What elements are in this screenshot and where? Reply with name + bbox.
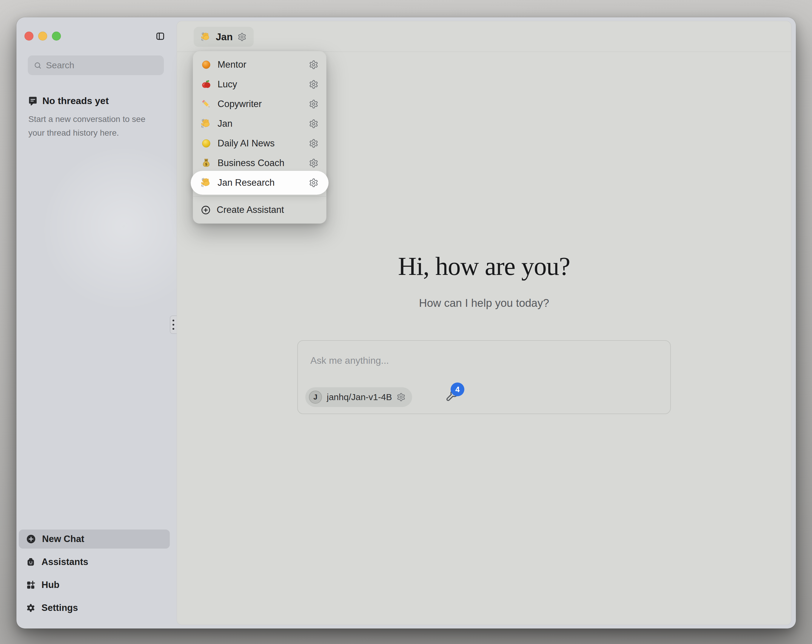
model-selector-button[interactable]: J janhq/Jan-v1-4B: [305, 387, 412, 407]
menu-item-gear-icon[interactable]: [309, 60, 318, 70]
model-avatar: J: [309, 391, 322, 404]
menu-item-copywriter[interactable]: Copywriter: [193, 94, 326, 114]
wave-hand-emoji-icon: [201, 177, 212, 188]
panel-header: [177, 21, 791, 52]
menu-item-gear-icon[interactable]: [309, 119, 318, 128]
greeting-title: Hi, how are you?: [177, 251, 791, 281]
menu-divider: [193, 196, 326, 196]
assistant-dropdown-menu: Mentor Lucy Copywriter: [193, 51, 327, 224]
nav-label-settings: Settings: [41, 603, 78, 613]
composer-placeholder: Ask me anything...: [310, 355, 389, 366]
assistants-icon: [26, 557, 35, 567]
nav-label-new-chat: New Chat: [42, 534, 84, 544]
greeting-subtitle: How can I help you today?: [177, 297, 791, 309]
plus-circle-icon: [26, 534, 36, 544]
sidebar-toggle-icon[interactable]: [156, 31, 165, 41]
menu-item-lucy[interactable]: Lucy: [193, 75, 326, 94]
search-icon: [34, 61, 42, 70]
apple-emoji-icon: [201, 79, 212, 90]
money-bag-emoji-icon: [201, 158, 212, 169]
menu-item-jan-research[interactable]: Jan Research: [193, 173, 326, 193]
nav-label-assistants: Assistants: [41, 557, 89, 567]
yellow-circle-emoji-icon: [201, 138, 212, 149]
minimize-button[interactable]: [38, 32, 47, 41]
create-assistant-button[interactable]: Create Assistant: [193, 200, 326, 220]
sidebar-item-settings[interactable]: Settings: [19, 598, 170, 618]
plus-circle-outline-icon: [201, 205, 211, 215]
menu-item-jan[interactable]: Jan: [193, 114, 326, 134]
search-placeholder: Search: [46, 60, 74, 70]
main-panel: Jan Mentor Lucy: [177, 21, 791, 625]
app-window: Search No threads yet Start a new conver…: [17, 17, 796, 629]
wave-hand-icon: [201, 32, 211, 42]
new-chat-button[interactable]: New Chat: [19, 530, 170, 549]
model-name: janhq/Jan-v1-4B: [327, 392, 392, 402]
sidebar-item-hub[interactable]: Hub: [19, 575, 170, 595]
menu-item-business-coach[interactable]: Business Coach: [193, 153, 326, 173]
sidebar-item-assistants[interactable]: Assistants: [19, 553, 170, 572]
threads-empty-state: No threads yet Start a new conversation …: [28, 95, 168, 140]
menu-item-gear-icon[interactable]: [309, 158, 318, 168]
menu-item-gear-icon[interactable]: [309, 139, 318, 148]
chat-composer[interactable]: Ask me anything... J janhq/Jan-v1-4B 4: [297, 340, 671, 414]
menu-item-daily-ai-news[interactable]: Daily AI News: [193, 134, 326, 153]
nav-label-hub: Hub: [41, 580, 60, 590]
pencil-emoji-icon: [201, 99, 212, 110]
window-controls: [24, 32, 61, 41]
chat-bubble-icon: [28, 96, 38, 106]
threads-empty-title: No threads yet: [43, 95, 108, 107]
sidebar: Search No threads yet Start a new conver…: [17, 17, 177, 629]
desktop: { "window": { "traffic_lights": [ { "nam…: [0, 0, 812, 644]
settings-gear-icon: [26, 603, 35, 613]
assistant-selector-label: Jan: [216, 31, 233, 43]
model-settings-gear-icon[interactable]: [397, 393, 406, 402]
close-button[interactable]: [24, 32, 34, 41]
wave-hand-emoji-icon: [201, 118, 212, 129]
assistant-selector-button[interactable]: Jan: [194, 27, 254, 47]
threads-empty-description: Start a new conversation to see your thr…: [28, 113, 168, 140]
hub-icon: [26, 580, 35, 590]
menu-item-gear-icon[interactable]: [309, 178, 318, 187]
assistant-settings-gear-icon[interactable]: [238, 32, 246, 41]
menu-item-mentor[interactable]: Mentor: [193, 55, 326, 75]
menu-item-gear-icon[interactable]: [309, 79, 318, 89]
orange-circle-emoji-icon: [201, 59, 212, 70]
search-input[interactable]: Search: [28, 55, 164, 75]
zoom-button[interactable]: [52, 32, 61, 41]
sidebar-nav: New Chat Assistants: [19, 530, 170, 621]
tools-count-badge: 4: [450, 382, 464, 396]
menu-item-gear-icon[interactable]: [309, 99, 318, 109]
